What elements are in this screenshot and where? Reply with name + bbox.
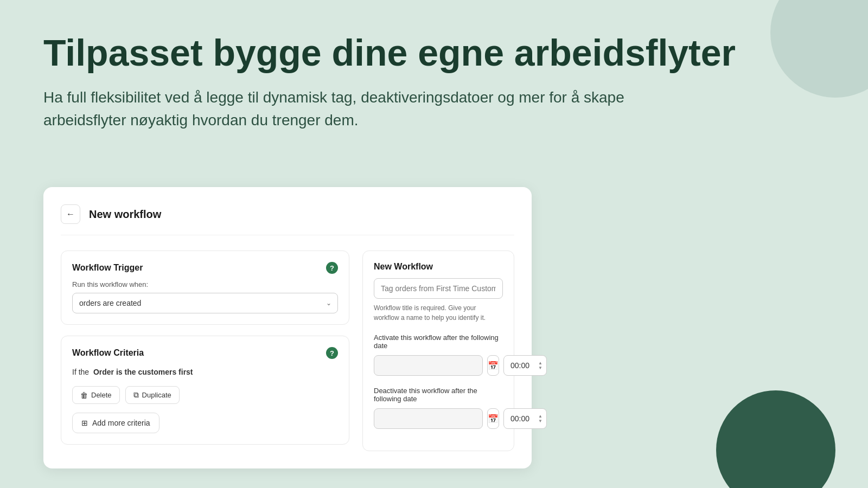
calendar-icon-2: 📅 bbox=[488, 414, 499, 424]
trash-icon: 🗑 bbox=[80, 391, 88, 400]
activate-time-wrapper: 00:00 01:00 02:00 ▲ ▼ bbox=[503, 355, 547, 376]
hero-title: Tilpasset bygge dine egne arbeidsflyter bbox=[43, 33, 825, 73]
criteria-header: Workflow Criteria ? bbox=[72, 347, 338, 359]
deactivate-time-wrapper: 00:00 01:00 02:00 ▲ ▼ bbox=[503, 408, 547, 429]
criteria-help-icon[interactable]: ? bbox=[326, 347, 338, 359]
deactivate-calendar-button[interactable]: 📅 bbox=[487, 408, 499, 429]
hero-subtitle: Ha full fleksibilitet ved å legge til dy… bbox=[43, 86, 640, 132]
run-label: Run this workflow when: bbox=[72, 280, 338, 288]
back-button[interactable]: ← bbox=[61, 204, 80, 224]
trigger-select-wrapper: orders are created orders are updated or… bbox=[72, 293, 338, 313]
workflow-card-header: ← New workflow bbox=[61, 204, 514, 235]
workflow-card-title: New workflow bbox=[89, 208, 161, 221]
deactivate-date-row: 📅 00:00 01:00 02:00 ▲ ▼ bbox=[374, 408, 503, 429]
two-col-layout: Workflow Trigger ? Run this workflow whe… bbox=[61, 251, 514, 451]
new-workflow-section: New Workflow Workflow title is required.… bbox=[362, 251, 514, 451]
deactivate-date-input[interactable] bbox=[374, 408, 483, 429]
activate-time-select[interactable]: 00:00 01:00 02:00 bbox=[503, 355, 547, 376]
criteria-actions: 🗑 Delete ⧉ Duplicate bbox=[72, 386, 338, 404]
add-criteria-button[interactable]: ⊞ Add more criteria bbox=[72, 413, 159, 433]
decorative-circle-bottom bbox=[716, 390, 835, 488]
criteria-prefix: If the bbox=[72, 368, 89, 376]
new-workflow-title: New Workflow bbox=[374, 262, 433, 272]
duplicate-button[interactable]: ⧉ Duplicate bbox=[125, 386, 180, 404]
deactivate-time-select[interactable]: 00:00 01:00 02:00 bbox=[503, 408, 547, 429]
workflow-name-input[interactable] bbox=[374, 278, 503, 299]
activate-calendar-button[interactable]: 📅 bbox=[487, 355, 499, 376]
workflow-criteria-section: Workflow Criteria ? If the Order is the … bbox=[61, 336, 349, 445]
workflow-hint: Workflow title is required. Give your wo… bbox=[374, 303, 503, 323]
activate-label: Activate this workflow after the followi… bbox=[374, 333, 503, 350]
plus-grid-icon: ⊞ bbox=[81, 419, 88, 427]
delete-button[interactable]: 🗑 Delete bbox=[72, 386, 120, 404]
new-workflow-header: New Workflow bbox=[374, 262, 503, 272]
left-column: Workflow Trigger ? Run this workflow whe… bbox=[61, 251, 349, 451]
trigger-select[interactable]: orders are created orders are updated or… bbox=[72, 293, 338, 313]
criteria-bold: Order is the customers first bbox=[93, 368, 193, 376]
workflow-card: ← New workflow Workflow Trigger ? Run th… bbox=[43, 187, 532, 468]
right-column: New Workflow Workflow title is required.… bbox=[362, 251, 514, 451]
hero-section: Tilpasset bygge dine egne arbeidsflyter … bbox=[0, 0, 868, 148]
trigger-header: Workflow Trigger ? bbox=[72, 262, 338, 274]
criteria-row: If the Order is the customers first bbox=[72, 365, 338, 378]
criteria-title: Workflow Criteria bbox=[72, 348, 144, 358]
activate-date-input[interactable] bbox=[374, 355, 483, 376]
deactivate-label: Deactivate this workflow after the follo… bbox=[374, 387, 503, 403]
activate-date-row: 📅 00:00 01:00 02:00 ▲ ▼ bbox=[374, 355, 503, 376]
trigger-title: Workflow Trigger bbox=[72, 263, 143, 273]
copy-icon: ⧉ bbox=[133, 390, 139, 400]
workflow-trigger-section: Workflow Trigger ? Run this workflow whe… bbox=[61, 251, 349, 325]
back-arrow-icon: ← bbox=[66, 209, 75, 219]
calendar-icon: 📅 bbox=[488, 361, 499, 371]
trigger-help-icon[interactable]: ? bbox=[326, 262, 338, 274]
